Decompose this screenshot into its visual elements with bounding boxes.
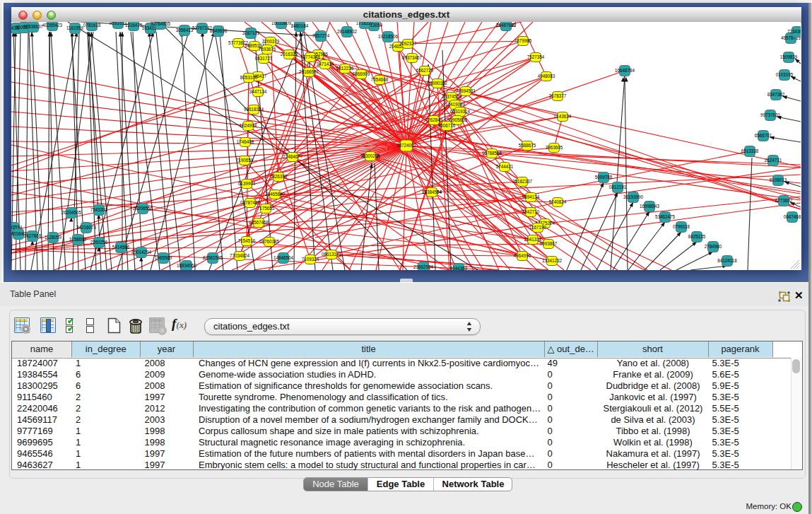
svg-text:77694531: 77694531 (456, 88, 476, 93)
svg-text:0103105: 0103105 (776, 72, 794, 77)
svg-text:21465840: 21465840 (265, 192, 286, 197)
svg-text:23662994: 23662994 (413, 264, 434, 269)
svg-text:20206556: 20206556 (133, 206, 153, 211)
svg-text:40265423: 40265423 (42, 23, 63, 28)
svg-text:85014294: 85014294 (131, 250, 152, 255)
svg-text:8506716: 8506716 (438, 123, 456, 128)
svg-text:53462475: 53462475 (655, 214, 676, 219)
svg-text:5588675: 5588675 (519, 143, 536, 148)
svg-text:0842710: 0842710 (522, 209, 540, 214)
svg-text:2624731: 2624731 (765, 158, 782, 163)
svg-text:1746488: 1746488 (237, 139, 254, 144)
svg-text:19384554: 19384554 (422, 189, 442, 194)
svg-text:1161559: 1161559 (66, 25, 84, 30)
svg-text:3678377: 3678377 (549, 93, 567, 98)
svg-text:1167190: 1167190 (529, 225, 547, 230)
svg-text:8053100: 8053100 (240, 75, 258, 80)
svg-text:23166587: 23166587 (299, 69, 319, 74)
svg-text:84124118: 84124118 (717, 258, 737, 263)
svg-text:1509839: 1509839 (780, 54, 798, 59)
svg-text:2260256: 2260256 (90, 240, 108, 245)
svg-text:19218506: 19218506 (378, 34, 399, 39)
svg-text:89373467: 89373467 (402, 55, 423, 60)
svg-text:34216073: 34216073 (76, 225, 97, 230)
svg-text:4948083: 4948083 (538, 74, 555, 78)
svg-text:2016328: 2016328 (281, 52, 298, 57)
svg-text:7543303: 7543303 (90, 207, 108, 212)
svg-text:8347382: 8347382 (767, 92, 785, 97)
svg-text:90838637: 90838637 (23, 24, 44, 29)
svg-text:0366909: 0366909 (353, 71, 370, 76)
svg-text:7154516: 7154516 (238, 238, 256, 243)
svg-text:3056413: 3056413 (176, 28, 194, 33)
svg-text:93618324: 93618324 (244, 107, 264, 112)
svg-text:16033809: 16033809 (271, 22, 292, 25)
svg-text:72343098: 72343098 (787, 29, 801, 34)
svg-text:1316475: 1316475 (125, 23, 143, 28)
svg-text:7190659: 7190659 (236, 158, 254, 163)
svg-text:3200379: 3200379 (262, 39, 280, 44)
svg-text:02787429: 02787429 (240, 200, 261, 205)
svg-text:7826398: 7826398 (270, 174, 288, 179)
svg-text:06990162: 06990162 (428, 81, 448, 86)
svg-text:83561595: 83561595 (203, 255, 223, 260)
svg-text:7054668: 7054668 (371, 77, 389, 82)
svg-text:35182337: 35182337 (512, 179, 533, 184)
svg-text:4964990: 4964990 (514, 253, 531, 258)
svg-text:0799118: 0799118 (673, 224, 690, 229)
svg-text:1024994: 1024994 (240, 123, 257, 128)
svg-text:6562729: 6562729 (416, 68, 434, 73)
svg-text:26204505: 26204505 (61, 210, 82, 215)
svg-text:7379965: 7379965 (514, 38, 532, 43)
svg-text:28148932: 28148932 (337, 29, 358, 34)
svg-text:0781618: 0781618 (83, 23, 101, 28)
svg-text:3287101: 3287101 (242, 30, 260, 35)
svg-text:2784980: 2784980 (705, 244, 722, 249)
svg-text:3471434: 3471434 (317, 62, 334, 66)
svg-text:9993867: 9993867 (540, 241, 558, 246)
svg-text:7109324: 7109324 (302, 257, 319, 262)
svg-text:0139904: 0139904 (238, 181, 256, 186)
svg-text:1128059: 1128059 (45, 235, 62, 240)
svg-text:19374529: 19374529 (442, 94, 462, 99)
svg-text:0143634: 0143634 (554, 114, 572, 119)
svg-text:95788568: 95788568 (482, 151, 502, 156)
svg-text:16998543: 16998543 (640, 204, 660, 209)
svg-text:5744431: 5744431 (496, 164, 514, 169)
svg-text:7357274: 7357274 (312, 33, 330, 38)
svg-text:32764835: 32764835 (151, 22, 171, 26)
svg-text:08760385: 08760385 (259, 239, 280, 244)
svg-text:26487682: 26487682 (496, 23, 517, 28)
svg-text:66319314: 66319314 (450, 109, 471, 114)
svg-text:16648784: 16648784 (615, 68, 635, 73)
svg-text:36193990: 36193990 (623, 194, 644, 199)
svg-text:0831727: 0831727 (255, 56, 273, 61)
svg-text:99737631: 99737631 (760, 112, 781, 117)
svg-text:7175655: 7175655 (257, 206, 275, 211)
svg-text:6566701: 6566701 (755, 133, 772, 138)
svg-text:8044369: 8044369 (450, 266, 468, 270)
svg-text:18300295: 18300295 (360, 153, 381, 158)
svg-text:0812191: 0812191 (609, 185, 627, 189)
svg-text:72774348: 72774348 (300, 54, 321, 59)
svg-text:7262849: 7262849 (425, 117, 443, 122)
svg-text:8425135: 8425135 (688, 234, 706, 239)
svg-text:5414586: 5414586 (112, 245, 130, 250)
svg-text:6773602: 6773602 (775, 198, 793, 203)
svg-text:0647468: 0647468 (784, 214, 801, 219)
svg-text:27484677: 27484677 (283, 154, 303, 159)
svg-text:5009788: 5009788 (595, 175, 613, 180)
svg-text:8849696: 8849696 (210, 28, 228, 33)
svg-text:3447134: 3447134 (249, 89, 267, 94)
svg-text:12419049: 12419049 (445, 102, 466, 107)
svg-text:08613171: 08613171 (322, 252, 342, 257)
svg-text:3092327: 3092327 (399, 41, 417, 46)
svg-text:2427868: 2427868 (24, 233, 42, 238)
svg-text:12567468: 12567468 (249, 220, 269, 225)
svg-text:5240824: 5240824 (549, 199, 567, 204)
svg-text:8480184: 8480184 (291, 23, 309, 28)
svg-text:16934060: 16934060 (177, 263, 197, 268)
svg-text:9894134: 9894134 (522, 194, 540, 199)
svg-text:14846564: 14846564 (273, 255, 294, 260)
svg-text:1965569: 1965569 (155, 255, 172, 260)
